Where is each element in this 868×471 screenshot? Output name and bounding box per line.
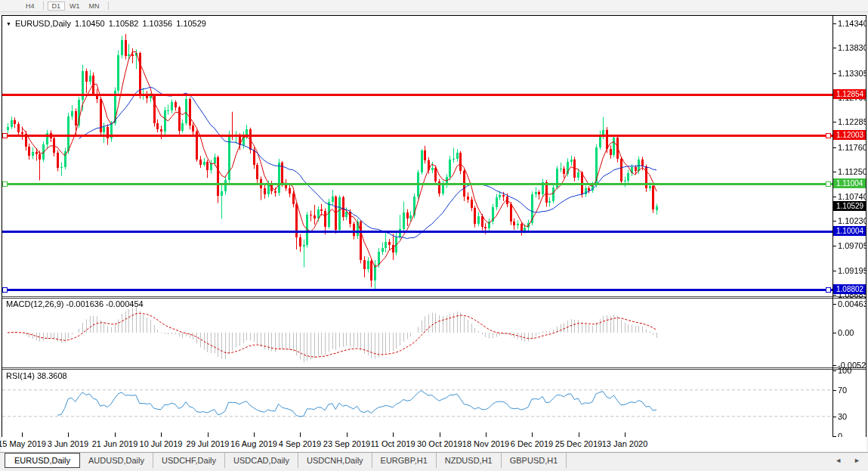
chart-tab-bar: EURUSD,Daily AUDUSD,Daily USDCHF,Daily U…	[0, 452, 868, 468]
toolbar-separator	[108, 2, 109, 10]
tab-eurusd-daily[interactable]: EURUSD,Daily	[5, 453, 80, 468]
date-axis-label: 3 Jun 2019	[48, 439, 88, 448]
tab-nzdusd-h1[interactable]: NZDUSD,H1	[437, 453, 502, 468]
tab-gbpusd-h1[interactable]: GBPUSD,H1	[502, 453, 567, 468]
date-axis-label: 6 Dec 2019	[511, 439, 553, 448]
tab-eurgbp-h1[interactable]: EURGBP,H1	[372, 453, 437, 468]
period-toolbar: H4 D1 W1 MN	[0, 0, 868, 12]
period-button-h4[interactable]: H4	[21, 2, 39, 11]
period-button-d1[interactable]: D1	[48, 2, 66, 11]
tab-audusd-daily[interactable]: AUDUSD,Daily	[80, 453, 153, 468]
period-button-w1[interactable]: W1	[65, 2, 85, 11]
tab-usdchf-daily[interactable]: USDCHF,Daily	[153, 453, 225, 468]
date-axis-label: 25 Dec 2019	[555, 439, 602, 448]
tab-scroll-arrows: ◄ ►	[835, 453, 860, 468]
date-axis-label: 30 Oct 2019	[417, 439, 462, 448]
date-axis[interactable]: 15 May 20193 Jun 201921 Jun 201910 Jul 2…	[2, 437, 866, 451]
date-axis-label: 15 May 2019	[0, 439, 46, 448]
rsi-label: RSI(14) 38.3608	[6, 371, 67, 380]
chart-title-high: 1.10582	[109, 19, 139, 28]
date-axis-label: 23 Sep 2019	[323, 439, 370, 448]
scroll-tabs-left-icon[interactable]: ◄	[835, 457, 842, 464]
toolbar-separator	[43, 2, 44, 10]
date-axis-label: 29 Jul 2019	[187, 439, 230, 448]
tab-usdcnh-daily[interactable]: USDCNH,Daily	[298, 453, 372, 468]
date-axis-label: 13 Jan 2020	[602, 439, 648, 448]
date-axis-label: 18 Nov 2019	[462, 439, 509, 448]
date-axis-label: 4 Sep 2019	[279, 439, 321, 448]
chart-title: ▼ EURUSD,Daily 1.10450 1.10582 1.10356 1…	[6, 19, 210, 28]
chart-title-close: 1.10529	[176, 19, 206, 28]
price-axis[interactable]	[833, 16, 866, 437]
chart-canvas[interactable]	[2, 16, 866, 437]
period-button-mn[interactable]: MN	[85, 2, 104, 11]
chart-title-low: 1.10356	[142, 19, 172, 28]
macd-label: MACD(12,26,9) -0.001636 -0.000454	[6, 299, 144, 308]
collapse-chart-icon[interactable]: ▼	[6, 21, 11, 26]
scroll-tabs-right-icon[interactable]: ►	[854, 457, 860, 464]
date-axis-label: 16 Aug 2019	[230, 439, 277, 448]
chart-window: ▼ EURUSD,Daily 1.10450 1.10582 1.10356 1…	[2, 15, 866, 438]
chart-title-symbol: EURUSD,Daily	[15, 19, 71, 28]
chart-title-open: 1.10450	[75, 19, 105, 28]
date-axis-label: 10 Jul 2019	[140, 439, 183, 448]
date-axis-label: 11 Oct 2019	[370, 439, 415, 448]
tab-usdcad-daily[interactable]: USDCAD,Daily	[225, 453, 298, 468]
date-axis-label: 21 Jun 2019	[92, 439, 138, 448]
